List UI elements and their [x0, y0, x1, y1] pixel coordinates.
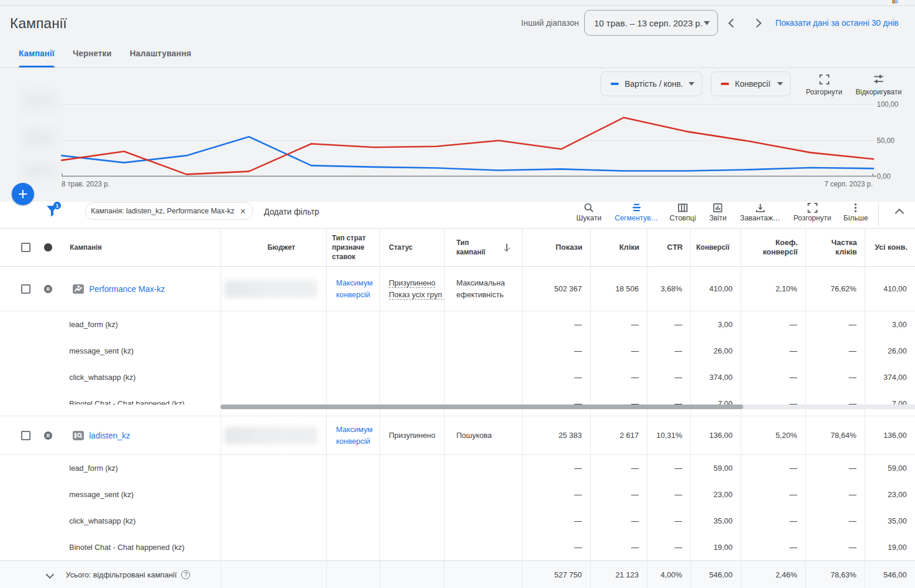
collapse-chart-button[interactable] [894, 205, 906, 217]
column-header-conversions[interactable]: Конверсії [690, 229, 741, 266]
total-ctr: 4,00% [647, 561, 690, 588]
bid-strategy-cell: Максимум конверсій [326, 416, 379, 454]
impressions-cell: 25 383 [522, 416, 590, 454]
conversion-action-row: lead_form (kz) — — — 59,00 — — 59,00 [0, 455, 915, 481]
expand-table-button[interactable]: Розгорнути [794, 202, 831, 222]
sort-descending-icon [503, 243, 510, 251]
bid-strategy-cell: Максимум конверсій [326, 267, 379, 311]
clicks-cell: 2 617 [590, 416, 647, 454]
column-header-bid-strategy[interactable]: Тип стратпризначеставок [326, 229, 379, 266]
conv-rate-cell: 2,10% [741, 267, 805, 311]
conversion-action-row: click_whatsapp (kz) — — — 35,00 — — 35,0… [0, 508, 915, 534]
click-share-cell: 76,62% [805, 267, 865, 311]
expand-icon [806, 202, 818, 213]
metric-selector-cost-per-conv[interactable]: Вартість / конв. [601, 72, 702, 96]
filter-toolbar: 1 Кампанія: ladisten_kz, Performance Max… [0, 202, 915, 229]
columns-tool-button[interactable]: Стовпці [670, 202, 696, 222]
campaign-type-cell: Максимальна ефективність [444, 267, 522, 311]
column-header-budget[interactable]: Бюджет [221, 229, 326, 266]
search-tool-button[interactable]: Шукати [577, 202, 602, 222]
header-campaign-cell: Кампанія [0, 229, 221, 266]
row-checkbox[interactable] [21, 284, 30, 294]
chevron-down-icon[interactable] [46, 570, 54, 579]
download-icon [754, 202, 765, 213]
expand-chart-button[interactable]: Розгорнути [803, 74, 845, 96]
column-header-conv-rate[interactable]: Коеф.конверсії [741, 229, 805, 266]
x-axis-left-label: 8 трав. 2023 р. [62, 180, 110, 188]
column-header-click-share[interactable]: Часткакліків [805, 229, 865, 266]
plus-icon [18, 189, 28, 199]
clicks-cell: 18 506 [590, 267, 647, 311]
red-series-dash-icon [721, 83, 729, 85]
metric-selector-conversions[interactable]: Конверсії [711, 72, 791, 96]
date-range-picker[interactable]: 10 трав. – 13 серп. 2023 р. [584, 10, 718, 36]
other-range-label: Інший діапазон [521, 18, 579, 28]
conv-rate-cell: 5,20% [741, 416, 805, 454]
redacted-axis-label [20, 161, 60, 181]
y-axis-tick-0: 0,00 [877, 172, 890, 181]
report-chart-icon [713, 202, 724, 213]
tab-settings[interactable]: Налаштування [130, 49, 191, 67]
total-conv-rate: 2,46% [741, 561, 805, 588]
campaign-row-ladisten: ladisten_kz Максимум конверсій Призупине… [0, 416, 915, 455]
redacted-axis-label [20, 126, 60, 150]
row-checkbox[interactable] [21, 431, 30, 440]
ctr-cell: 10,31% [647, 416, 690, 454]
column-header-campaign-type[interactable]: Тип кампанії [444, 229, 522, 266]
budget-cell [221, 267, 326, 311]
page-title: Кампанії [10, 15, 67, 32]
search-campaign-icon [73, 431, 84, 440]
y-axis-tick-50: 50,00 [877, 137, 894, 145]
conversion-action-row: lead_form (kz) — — — 3,00 — — 3,00 [0, 311, 915, 338]
reports-tool-button[interactable]: Звіти [709, 202, 727, 222]
campaigns-table: Кампанія Бюджет Тип стратпризначеставок … [0, 229, 915, 588]
total-click-share: 78,63% [805, 561, 865, 588]
x-axis-right-label: 7 серп. 2023 р. [824, 180, 873, 188]
tab-drafts[interactable]: Чернетки [73, 49, 111, 67]
conversion-action-row: Binotel Chat - Chat happened (kz) — — — … [0, 534, 915, 560]
campaign-link[interactable]: Performance Max-kz [89, 284, 165, 294]
total-impressions: 527 750 [522, 561, 590, 588]
select-all-checkbox[interactable] [21, 243, 30, 252]
all-conv-cell: 136,00 [865, 416, 915, 454]
column-header-ctr[interactable]: CTR [647, 229, 690, 266]
segment-tool-button[interactable]: Сегментув… [615, 202, 658, 222]
status-circle-icon[interactable] [44, 243, 52, 251]
campaign-link[interactable]: ladisten_kz [89, 431, 130, 440]
column-header-status[interactable]: Статус [379, 229, 444, 266]
adjust-chart-button[interactable]: Відкоригувати [850, 73, 907, 96]
filters-button[interactable]: 1 [46, 202, 62, 220]
new-campaign-button[interactable] [12, 183, 34, 205]
date-range-value: 10 трав. – 13 серп. 2023 р. [594, 18, 703, 28]
budget-cell [221, 416, 326, 454]
add-filter-button[interactable]: Додати фільтр [264, 207, 319, 216]
clipped-row-viewport: Binotel Chat - Chat happened (kz) — — — … [0, 390, 915, 405]
previous-range-button[interactable] [727, 18, 737, 28]
tab-campaigns[interactable]: Кампанії [19, 49, 55, 67]
conversion-action-row: Binotel Chat - Chat happened (kz) — — — … [0, 390, 915, 405]
remove-filter-icon[interactable]: ✕ [240, 208, 246, 215]
performance-max-campaign-icon [73, 284, 84, 294]
redacted-axis-label [20, 89, 60, 111]
paused-status-icon[interactable] [44, 431, 52, 440]
show-last-30-days-link[interactable]: Показати дані за останні 30 днів [775, 18, 899, 28]
totals-row: Усього: відфільтровані кампанії ? 527 75… [0, 560, 915, 588]
column-header-all-conv[interactable]: Усі конв. [865, 229, 915, 266]
scrollbar-thumb[interactable] [221, 405, 743, 409]
totals-label-cell: Усього: відфільтровані кампанії ? [0, 561, 221, 588]
column-header-campaign[interactable]: Кампанія [70, 243, 102, 252]
column-header-impressions[interactable]: Покази [522, 229, 590, 266]
paused-status-icon[interactable] [44, 285, 52, 293]
tune-icon [873, 73, 884, 85]
help-icon[interactable]: ? [181, 570, 190, 579]
caret-down-icon [704, 21, 710, 25]
conversion-action-row: message_sent (kz) — — — 23,00 — — 23,00 [0, 481, 915, 508]
campaign-filter-chip[interactable]: Кампанія: ladisten_kz, Performance Max-k… [85, 202, 253, 220]
conversions-cell: 410,00 [690, 267, 741, 311]
next-range-button[interactable] [753, 18, 762, 28]
column-header-clicks[interactable]: Кліки [590, 229, 647, 266]
download-tool-button[interactable]: Завантаж… [740, 202, 780, 222]
total-all-conv: 546,00 [865, 561, 915, 588]
more-tool-button[interactable]: Більше [843, 202, 868, 222]
conversion-action-row: message_sent (kz) — — — 26,00 — — 26,00 [0, 338, 915, 364]
